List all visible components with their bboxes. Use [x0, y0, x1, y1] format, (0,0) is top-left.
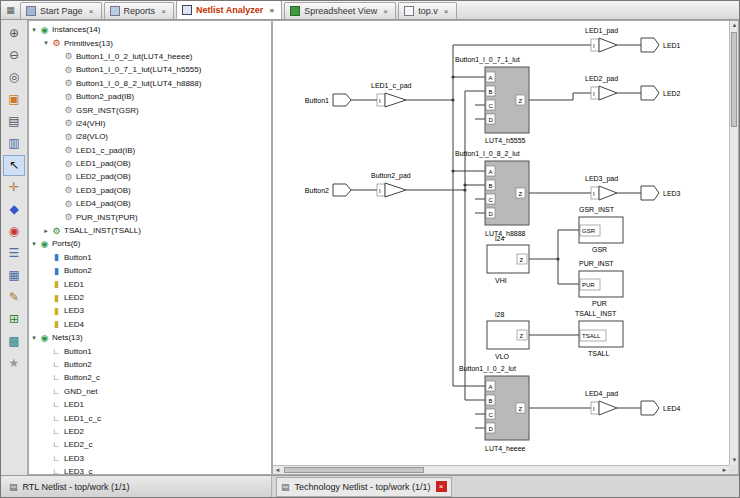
tree-item-port[interactable]: ▮LED1	[29, 277, 271, 290]
lut-h5555[interactable]: Button1_I_0_7_1_lut A B C D Z LUT4_h5555	[455, 56, 529, 145]
tab-netlist-analyzer[interactable]: Netlist Analyzer ×	[176, 0, 282, 19]
highlight-icon[interactable]: ◆	[3, 199, 25, 220]
buffer-symbol[interactable]	[599, 86, 617, 100]
copy-icon[interactable]: ▥	[3, 133, 25, 154]
tab-top-v[interactable]: top.v ×	[398, 2, 457, 19]
tab-spreadsheet-view[interactable]: Spreadsheet View ×	[284, 2, 396, 19]
tree-item-primitive[interactable]: ⚙LED1_c_pad(IB)	[29, 144, 271, 157]
buffer-symbol[interactable]	[599, 186, 617, 200]
tree-item-primitive[interactable]: ⚙Button1_I_0_8_2_lut(LUT4_h8888)	[29, 77, 271, 90]
expand-arrow-icon[interactable]: ▾	[29, 26, 39, 34]
tree-group-nets[interactable]: ▾◉Nets(13)	[29, 331, 271, 344]
port-symbol[interactable]	[333, 94, 351, 106]
cell-gsr[interactable]: GSR_INST GSR GSR	[579, 206, 623, 253]
port-symbol[interactable]	[641, 38, 659, 52]
tree-item-net[interactable]: ∟LED2	[29, 425, 271, 438]
wire[interactable]	[529, 230, 579, 284]
tab-reports[interactable]: Reports ×	[104, 2, 175, 19]
tree-item-primitive[interactable]: ⚙Button1_I_0_7_1_lut(LUT4_h5555)	[29, 63, 271, 76]
tree-item-net[interactable]: ∟LED1	[29, 398, 271, 411]
horizontal-scroll-thumb[interactable]	[284, 467, 424, 473]
tree-group-instances[interactable]: ▾◉Instances(14)	[29, 23, 271, 36]
cell-vhi[interactable]: i24 Z VHI	[487, 235, 529, 284]
tree-group-primitives[interactable]: ▾⚙Primitives(13)	[29, 36, 271, 49]
port-symbol[interactable]	[333, 184, 351, 196]
star-icon[interactable]: ★	[3, 353, 25, 374]
canvas-horizontal-scrollbar[interactable]: ◄ ►	[273, 465, 729, 474]
tree-item-primitive[interactable]: ⚙i24(VHI)	[29, 117, 271, 130]
vertical-scroll-thumb[interactable]	[731, 32, 737, 127]
tree-item-primitive[interactable]: ⚙GSR_INST(GSR)	[29, 103, 271, 116]
schematic-canvas[interactable]: Button1 Button2 LED1_c_pad I Button2_pad…	[273, 21, 731, 467]
tree-item-primitive[interactable]: ⚙i28(VLO)	[29, 130, 271, 143]
buffer-led3-pad[interactable]: LED3_pad I	[585, 175, 618, 200]
canvas-vertical-scrollbar[interactable]: ▲ ▼	[729, 21, 738, 465]
calculator-icon[interactable]: ⊞	[3, 309, 25, 330]
tree-item-primitive[interactable]: ⚙Button1_I_0_2_lut(LUT4_heeee)	[29, 50, 271, 63]
tree-item-port[interactable]: ▮LED2	[29, 291, 271, 304]
tree-item-port[interactable]: ▮LED4	[29, 318, 271, 331]
buffer-led4-pad[interactable]: LED4_pad I	[585, 390, 618, 415]
buffer-led2-pad[interactable]: LED2_pad I	[585, 75, 618, 100]
tree-item-net[interactable]: ∟LED3	[29, 452, 271, 465]
tree-item-net[interactable]: ∟Button2	[29, 358, 271, 371]
expand-arrow-icon[interactable]: ▾	[29, 240, 39, 248]
zoom-in-icon[interactable]: ⊕	[3, 23, 25, 44]
pan-icon[interactable]: ✛	[3, 177, 25, 198]
close-tab-icon[interactable]: ×	[267, 6, 276, 15]
expand-arrow-icon[interactable]: ▸	[41, 227, 51, 235]
port-symbol[interactable]	[641, 86, 659, 100]
buffer-symbol[interactable]	[385, 93, 406, 107]
port-symbol[interactable]	[641, 401, 659, 415]
lut-heeee[interactable]: Button1_I_0_2_lut A B C D Z LUT4_heeee	[459, 365, 529, 453]
tree-item-primitive[interactable]: ⚙Button2_pad(IB)	[29, 90, 271, 103]
buffer-symbol[interactable]	[599, 38, 617, 52]
print-icon[interactable]: ▤	[3, 111, 25, 132]
technology-netlist-tab[interactable]: ▤ Technology Netlist - top/work (1/1) ×	[276, 477, 452, 497]
trace-icon[interactable]: ◉	[3, 221, 25, 242]
table-view-icon[interactable]: ▦	[3, 265, 25, 286]
select-cursor-icon[interactable]: ↖	[3, 155, 25, 176]
tree-item-primitive[interactable]: ⚙LED1_pad(OB)	[29, 157, 271, 170]
list-view-icon[interactable]: ☰	[3, 243, 25, 264]
cell-pur[interactable]: PUR_INST PUR PUR	[579, 260, 623, 307]
lut-h8888[interactable]: Button1_I_0_8_2_lut A B C D Z LUT4_h8888	[455, 150, 529, 238]
tree-item-port[interactable]: ▮Button1	[29, 251, 271, 264]
snapshot-icon[interactable]: ▣	[3, 89, 25, 110]
zoom-out-icon[interactable]: ⊖	[3, 45, 25, 66]
scroll-left-icon[interactable]: ◄	[273, 466, 282, 475]
input-port-button1[interactable]: Button1	[305, 94, 351, 106]
grid-icon[interactable]: ▩	[3, 331, 25, 352]
tree-item-primitive[interactable]: ⚙LED2_pad(OB)	[29, 170, 271, 183]
tree-item-port[interactable]: ▮LED3	[29, 304, 271, 317]
close-technology-netlist-icon[interactable]: ×	[436, 481, 447, 492]
close-tab-icon[interactable]: ×	[442, 7, 451, 16]
close-tab-icon[interactable]: ×	[87, 7, 96, 16]
output-port-led1[interactable]: LED1	[641, 38, 681, 52]
port-symbol[interactable]	[641, 186, 659, 200]
tree-item-net[interactable]: ∟LED3_c	[29, 465, 271, 475]
wire[interactable]	[406, 91, 485, 400]
expand-arrow-icon[interactable]: ▾	[29, 334, 39, 342]
output-port-led4[interactable]: LED4	[641, 401, 681, 415]
buffer-led1-c-pad[interactable]: LED1_c_pad I	[371, 82, 412, 107]
buffer-symbol[interactable]	[599, 401, 617, 415]
output-port-led2[interactable]: LED2	[641, 86, 681, 100]
buffer-button2-pad[interactable]: Button2_pad I	[371, 172, 411, 197]
tree-item-primitive[interactable]: ⚙PUR_INST(PUR)	[29, 210, 271, 223]
tree-item-primitive[interactable]: ⚙LED3_pad(OB)	[29, 184, 271, 197]
zoom-fit-icon[interactable]: ◎	[3, 67, 25, 88]
tree-item-net[interactable]: ∟Button2_c	[29, 371, 271, 384]
tree-item-net[interactable]: ∟LED2_c	[29, 438, 271, 451]
close-tab-icon[interactable]: ×	[159, 7, 168, 16]
tab-start-page[interactable]: Start Page ×	[20, 2, 102, 19]
cell-vlo[interactable]: i28 Z VLO	[487, 311, 529, 360]
output-port-led3[interactable]: LED3	[641, 186, 681, 200]
tree-item-tsall-inst[interactable]: ▸⚙TSALL_INST(TSALL)	[29, 224, 271, 237]
close-tab-icon[interactable]: ×	[381, 7, 390, 16]
tabbar-menu-icon[interactable]: ▦	[4, 4, 17, 17]
rtl-netlist-tab[interactable]: ▤ RTL Netlist - top/work (1/1)	[1, 476, 272, 497]
wire[interactable]	[529, 93, 591, 100]
tree-item-net[interactable]: ∟LED1_c_c	[29, 411, 271, 424]
tree-group-ports[interactable]: ▾◉Ports(6)	[29, 237, 271, 250]
